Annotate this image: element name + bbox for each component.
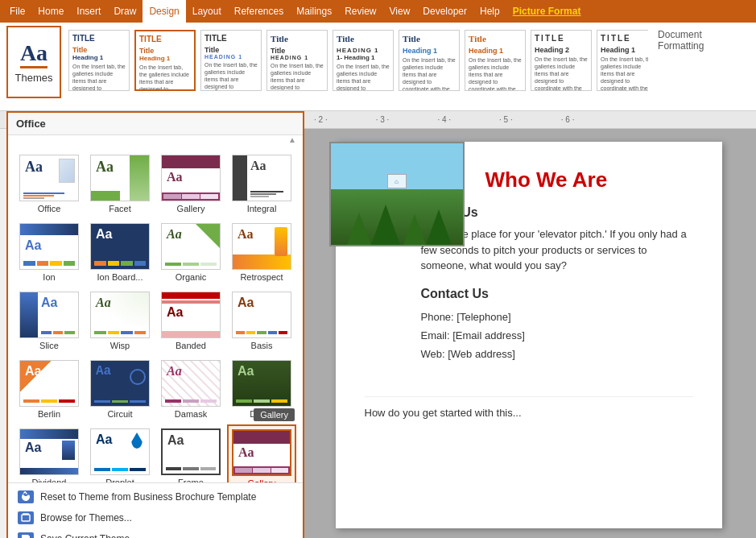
main-area: Office ▲ Aa Office Aa (0, 129, 756, 538)
theme-droplet[interactable]: Aa Droplet (85, 424, 155, 482)
footer-save-label: Save Current Theme... (40, 533, 138, 538)
menu-draw[interactable]: Draw (107, 0, 143, 23)
theme-gallery[interactable]: Aa Gallery (156, 151, 225, 217)
theme-gallery2-label: Gallery (248, 478, 276, 482)
theme-facet-label: Facet (109, 204, 131, 213)
ribbon-theme-7[interactable]: Title Heading 1 On the Insert tab, the g… (461, 27, 525, 95)
menu-developer[interactable]: Developer (416, 0, 473, 23)
menu-view[interactable]: View (383, 0, 417, 23)
scroll-up-indicator: ▲ (8, 135, 303, 144)
theme-droplet-label: Droplet (105, 478, 134, 482)
theme-organic[interactable]: Aa Organic (156, 219, 225, 286)
footer-save[interactable]: Save Current Theme... (8, 528, 303, 538)
menu-design[interactable]: Design (143, 0, 185, 23)
ribbon: Aa Themes TITLE Title Heading 1 On the I… (0, 23, 756, 111)
theme-ionboard[interactable]: Aa Ion Board... (85, 219, 155, 286)
theme-banded-label: Banded (176, 341, 206, 350)
doc-image: ⌂ (329, 142, 465, 246)
doc-phone: Phone: [Telephone] (421, 308, 693, 326)
ribbon-theme-9[interactable]: TITLE Heading 1 On the Insert tab, the g… (593, 27, 648, 95)
theme-basis-label: Basis (251, 341, 273, 350)
menu-insert[interactable]: Insert (70, 0, 107, 23)
theme-organic-label: Organic (176, 272, 207, 282)
svg-rect-0 (22, 515, 30, 521)
save-icon (18, 532, 34, 538)
doc-web: Web: [Web address] (421, 345, 693, 363)
document-page: ⌂ Who We Are About Us This is the place … (336, 142, 722, 528)
ribbon-theme-4[interactable]: Title Title HEADING 1 On the Insert tab,… (262, 27, 327, 95)
ribbon-theme-3[interactable]: TITLE Title HEADING 1 On the Insert tab,… (196, 27, 261, 95)
ribbon-theme-2[interactable]: TITLE Title Heading 1 On the Insert tab,… (130, 27, 195, 95)
ribbon-theme-6[interactable]: Title Heading 1 On the Insert tab, the g… (395, 27, 459, 95)
doc-email: Email: [Email address] (421, 326, 693, 345)
theme-office-label: Office (38, 204, 61, 213)
theme-integral-label: Integral (247, 204, 277, 213)
ruler-mark-4: · 4 · (437, 115, 451, 124)
doc-footer-text: How do you get started with this... (365, 396, 693, 419)
theme-ionboard-label: Ion Board... (97, 272, 143, 282)
menu-references[interactable]: References (228, 0, 290, 23)
menu-bar: File Home Insert Draw Design Layout Refe… (0, 0, 756, 23)
footer-reset-label: Reset to Theme from Business Brochure Te… (40, 491, 256, 503)
ruler-mark-6: · 6 · (561, 115, 575, 124)
theme-slice-label: Slice (39, 341, 59, 350)
document-area: ⌂ Who We Are About Us This is the place … (301, 129, 756, 538)
theme-ion-label: Ion (43, 272, 55, 282)
theme-wisp[interactable]: Aa Wisp (85, 288, 155, 354)
theme-office[interactable]: Aa Office (14, 151, 84, 217)
doc-formatting-label: Document Formatting (651, 26, 750, 55)
reset-icon (18, 490, 34, 503)
themes-dropdown: Office ▲ Aa Office Aa (6, 129, 304, 538)
footer-reset[interactable]: Reset to Theme from Business Brochure Te… (8, 486, 303, 507)
theme-berlin-label: Berlin (38, 409, 60, 419)
theme-facet[interactable]: Aa Facet (85, 151, 155, 217)
theme-circuit-label: Circuit (107, 409, 132, 419)
ribbon-theme-8[interactable]: TITLE Heading 2 On the Insert tab, the g… (527, 27, 591, 95)
theme-wisp-label: Wisp (110, 341, 130, 350)
footer-browse[interactable]: Browse for Themes... (8, 507, 303, 528)
menu-help[interactable]: Help (473, 0, 506, 23)
themes-label: Themes (15, 72, 53, 84)
themes-icon: Aa (20, 40, 48, 68)
themes-button[interactable]: Aa Themes (6, 26, 61, 98)
themes-grid: Aa Office Aa Facet (8, 144, 303, 482)
ribbon-theme-1[interactable]: TITLE Title Heading 1 On the Insert tab,… (64, 27, 129, 95)
menu-home[interactable]: Home (31, 0, 70, 23)
menu-layout[interactable]: Layout (186, 0, 228, 23)
doc-title: Who We Are (485, 168, 693, 192)
theme-retrospect[interactable]: Aa Retrospect (227, 219, 296, 286)
theme-circuit[interactable]: Aa Circuit (85, 356, 155, 423)
footer-browse-label: Browse for Themes... (40, 512, 132, 524)
menu-file[interactable]: File (3, 0, 31, 23)
theme-retrospect-label: Retrospect (240, 272, 283, 282)
theme-frame[interactable]: Aa Frame (156, 424, 225, 482)
theme-gallery2[interactable]: Aa Gallery Gallery (227, 424, 296, 482)
dropdown-footer: Reset to Theme from Business Brochure Te… (8, 482, 303, 538)
ruler-mark-3: · 3 · (376, 115, 390, 124)
ribbon-theme-5[interactable]: Title HEADING 1 1- Heading 1 On the Inse… (328, 27, 393, 95)
gallery-tooltip: Gallery (254, 408, 295, 421)
ruler-mark-2: · 2 · (314, 115, 328, 124)
menu-mailings[interactable]: Mailings (290, 0, 338, 23)
theme-damask[interactable]: Aa Damask (156, 356, 225, 423)
theme-basis[interactable]: Aa Basis (227, 288, 296, 354)
theme-damask-label: Damask (175, 409, 207, 419)
dropdown-header: Office (8, 129, 303, 135)
theme-dividend-label: Dividend (32, 478, 67, 482)
theme-frame-label: Frame (178, 478, 204, 482)
theme-dividend[interactable]: Aa Dividend (14, 424, 84, 482)
menu-picture-format[interactable]: Picture Format (506, 0, 588, 23)
theme-integral[interactable]: Aa Integral (227, 151, 296, 217)
theme-ion[interactable]: Aa Ion (14, 219, 84, 286)
theme-slice[interactable]: Aa Slice (14, 288, 84, 354)
theme-gallery-label: Gallery (177, 204, 205, 213)
doc-section2-title: Contact Us (421, 287, 693, 301)
browse-icon (18, 511, 34, 524)
theme-banded[interactable]: Aa Banded (156, 288, 225, 354)
menu-review[interactable]: Review (338, 0, 382, 23)
theme-berlin[interactable]: Aa Berlin (14, 356, 84, 423)
ruler-mark-5: · 5 · (499, 115, 513, 124)
